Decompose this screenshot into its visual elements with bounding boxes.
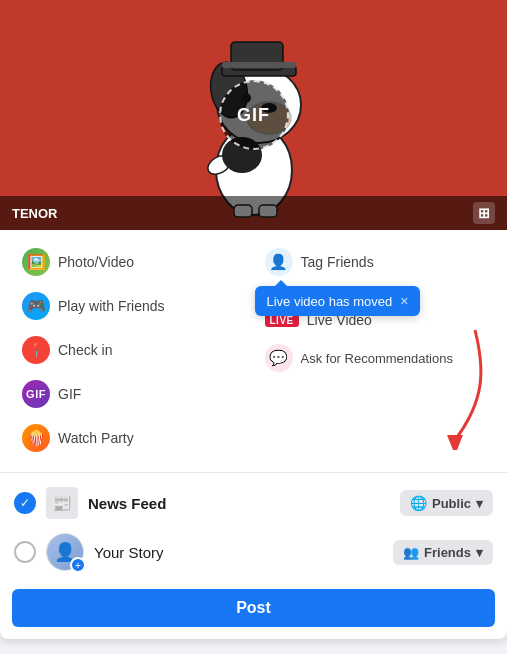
check-in-option[interactable]: 📍 Check in (12, 328, 253, 372)
live-video-tooltip: Live video has moved × (255, 286, 421, 316)
exit-icon[interactable]: ⊞ (473, 202, 495, 224)
news-feed-label: News Feed (88, 495, 390, 512)
friends-chevron-icon: ▾ (476, 545, 483, 560)
options-grid: 🖼️ Photo/Video 🎮 Play with Friends 📍 Che… (0, 230, 507, 466)
news-feed-check[interactable]: ✓ (14, 492, 36, 514)
watch-party-option[interactable]: 🍿 Watch Party (12, 416, 253, 460)
svg-marker-13 (447, 435, 463, 450)
tag-friends-option[interactable]: 👤 Tag Friends (255, 240, 496, 284)
gif-preview-area: GIF TENOR ⊞ (0, 0, 507, 230)
gif-icon: GIF (22, 380, 50, 408)
ask-recommendations-option[interactable]: 💬 Ask for Recommendations (255, 336, 496, 380)
story-radio[interactable] (14, 541, 36, 563)
news-feed-row: ✓ 📰 News Feed 🌐 Public ▾ (0, 479, 507, 527)
photo-video-option[interactable]: 🖼️ Photo/Video (12, 240, 253, 284)
friends-audience-btn[interactable]: 👥 Friends ▾ (393, 540, 493, 565)
your-story-label: Your Story (94, 544, 383, 561)
watch-party-icon: 🍿 (22, 424, 50, 452)
svg-rect-5 (222, 62, 296, 68)
friends-icon: 👥 (403, 545, 419, 560)
tenor-bar: TENOR ⊞ (0, 196, 507, 230)
avatar-plus-icon: + (70, 557, 86, 573)
public-audience-btn[interactable]: 🌐 Public ▾ (400, 490, 493, 516)
play-friends-option[interactable]: 🎮 Play with Friends (12, 284, 253, 328)
gif-option[interactable]: GIF GIF (12, 372, 253, 416)
checkin-icon: 📍 (22, 336, 50, 364)
tag-friends-icon: 👤 (265, 248, 293, 276)
avatar-container: 👤 + (46, 533, 84, 571)
live-video-option[interactable]: Live video has moved × (255, 284, 496, 300)
news-feed-icon: 📰 (46, 487, 78, 519)
your-story-row: 👤 + Your Story 👥 Friends ▾ (0, 527, 507, 581)
chevron-down-icon: ▾ (476, 496, 483, 511)
play-friends-icon: 🎮 (22, 292, 50, 320)
photo-video-icon: 🖼️ (22, 248, 50, 276)
globe-icon: 🌐 (410, 495, 427, 511)
post-button[interactable]: Post (12, 589, 495, 627)
tenor-label: TENOR (12, 206, 58, 221)
gif-badge: GIF (219, 80, 289, 150)
divider-1 (0, 472, 507, 473)
tooltip-close-btn[interactable]: × (400, 293, 408, 309)
recommendations-icon: 💬 (265, 344, 293, 372)
post-btn-row: Post (0, 581, 507, 639)
